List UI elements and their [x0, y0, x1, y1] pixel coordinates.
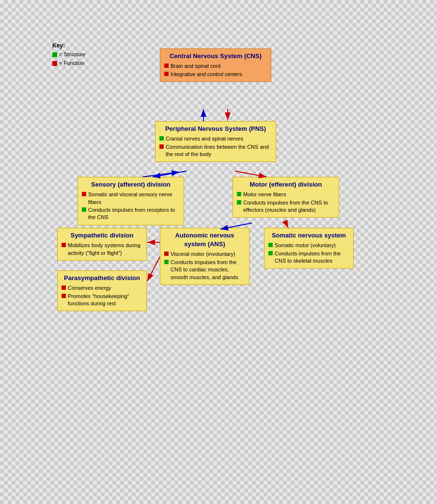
cns-text-1: Integrative and control centers — [171, 71, 242, 78]
cns-title: Central Nervous System (CNS) — [164, 52, 267, 61]
structure-dot — [52, 52, 57, 57]
sensory-bullet-1 — [82, 207, 86, 212]
ans-text-1: Conducts impulses from the CNS to cardia… — [171, 259, 245, 281]
svg-line-11 — [147, 257, 160, 281]
sympathetic-item-0: Mobilizes body systems during activity (… — [62, 242, 142, 257]
somatic-bullet-0 — [268, 243, 273, 247]
ans-text-0: Visceral motor (involuntary) — [171, 251, 235, 258]
parasympathetic-text-1: Promotes "housekeeping" functions during… — [68, 293, 142, 308]
somatic-title: Somatic nervous system — [268, 231, 349, 240]
svg-line-9 — [286, 223, 288, 228]
motor-bullet-0 — [237, 192, 241, 196]
pns-text-0: Cranial nerves and spinal nerves — [166, 135, 243, 142]
pns-item-0: Cranial nerves and spinal nerves — [159, 135, 272, 142]
legend: Key: = Structure = Function — [52, 41, 85, 67]
cns-item-1: Integrative and control centers — [164, 71, 267, 78]
key-title: Key: — [52, 42, 65, 49]
sensory-box: Sensory (afferent) division Somatic and … — [78, 177, 184, 225]
parasympathetic-item-1: Promotes "housekeeping" functions during… — [62, 293, 142, 308]
somatic-box: Somatic nervous system Somatic motor (vo… — [264, 228, 354, 268]
ans-item-0: Visceral motor (involuntary) — [164, 251, 245, 258]
cns-bullet-1 — [164, 72, 169, 76]
svg-line-7 — [143, 172, 179, 177]
parasympathetic-title: Parasympathetic division — [62, 274, 142, 283]
sensory-text-1: Conducts impulses from receptors to the … — [88, 206, 180, 221]
pns-box: Peripheral Nervous System (PNS) Cranial … — [155, 121, 276, 162]
cns-box: Central Nervous System (CNS) Brain and s… — [160, 48, 271, 82]
parasympathetic-bullet-0 — [62, 285, 66, 290]
parasympathetic-bullet-1 — [62, 294, 66, 298]
sympathetic-box: Sympathetic division Mobilizes body syst… — [57, 228, 147, 261]
motor-box: Motor (efferent) division Motor nerve fi… — [233, 177, 339, 218]
ans-box: Autonomic nervous system (ANS) Visceral … — [160, 228, 249, 285]
ans-bullet-0 — [164, 252, 169, 256]
cns-item-0: Brain and spinal cord — [164, 63, 267, 70]
motor-text-1: Conducts impulses from the CNS to effect… — [243, 199, 335, 214]
somatic-bullet-1 — [268, 251, 273, 255]
parasympathetic-item-0: Conserves energy — [62, 284, 142, 292]
ans-bullet-1 — [164, 260, 169, 264]
ans-item-1: Conducts impulses from the CNS to cardia… — [164, 259, 245, 281]
cns-bullet-0 — [164, 63, 169, 68]
pns-item-1: Communication lines between the CNS and … — [159, 143, 272, 158]
sympathetic-text-0: Mobilizes body systems during activity (… — [68, 242, 142, 257]
pns-title: Peripheral Nervous System (PNS) — [159, 125, 272, 133]
sympathetic-bullet-0 — [62, 243, 66, 247]
pns-bullet-0 — [159, 136, 164, 141]
key-function: = Function — [52, 59, 85, 68]
motor-text-0: Motor nerve fibers — [243, 191, 286, 198]
sympathetic-title: Sympathetic division — [62, 231, 142, 240]
sensory-text-0: Somatic and visceral sensory nerve fiber… — [88, 191, 180, 206]
somatic-text-1: Conducts impulses from the CNS to skelet… — [275, 250, 349, 265]
sensory-item-0: Somatic and visceral sensory nerve fiber… — [82, 191, 180, 206]
svg-line-6 — [235, 171, 266, 177]
sensory-item-1: Conducts impulses from receptors to the … — [82, 206, 180, 221]
ans-title: Autonomic nervous system (ANS) — [164, 231, 245, 249]
motor-title: Motor (efferent) division — [237, 180, 335, 189]
somatic-item-1: Conducts impulses from the CNS to skelet… — [268, 250, 349, 265]
somatic-item-0: Somatic motor (voluntary) — [268, 242, 349, 249]
key-structure-label: = Structure — [59, 50, 85, 59]
key-structure: = Structure — [52, 50, 85, 59]
pns-bullet-1 — [159, 144, 164, 149]
key-function-label: = Function — [59, 59, 84, 68]
sensory-title: Sensory (afferent) division — [82, 180, 180, 189]
svg-line-5 — [153, 171, 187, 177]
motor-item-1: Conducts impulses from the CNS to effect… — [237, 199, 335, 214]
parasympathetic-text-0: Conserves energy — [68, 284, 111, 292]
pns-text-1: Communication lines between the CNS and … — [166, 143, 272, 158]
parasympathetic-box: Parasympathetic division Conserves energ… — [57, 270, 147, 311]
motor-item-0: Motor nerve fibers — [237, 191, 335, 198]
function-dot — [52, 61, 57, 66]
cns-text-0: Brain and spinal cord — [171, 63, 220, 70]
somatic-text-0: Somatic motor (voluntary) — [275, 242, 336, 249]
motor-bullet-1 — [237, 200, 241, 205]
sensory-bullet-0 — [82, 192, 86, 196]
